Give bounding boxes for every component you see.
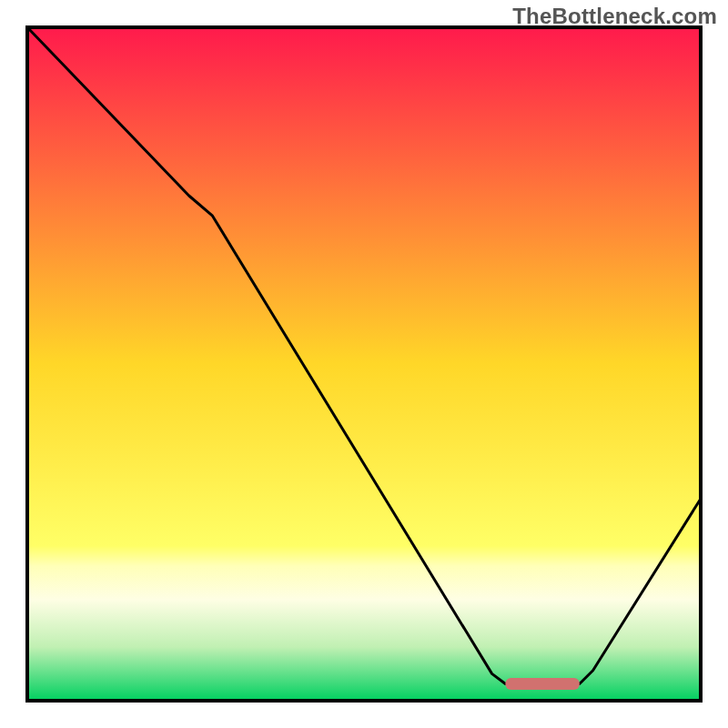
optimal-range-bar	[505, 678, 579, 690]
chart-frame: TheBottleneck.com	[0, 0, 728, 728]
watermark-text: TheBottleneck.com	[512, 4, 717, 29]
bottleneck-chart	[0, 0, 728, 728]
plot-background	[27, 27, 701, 701]
